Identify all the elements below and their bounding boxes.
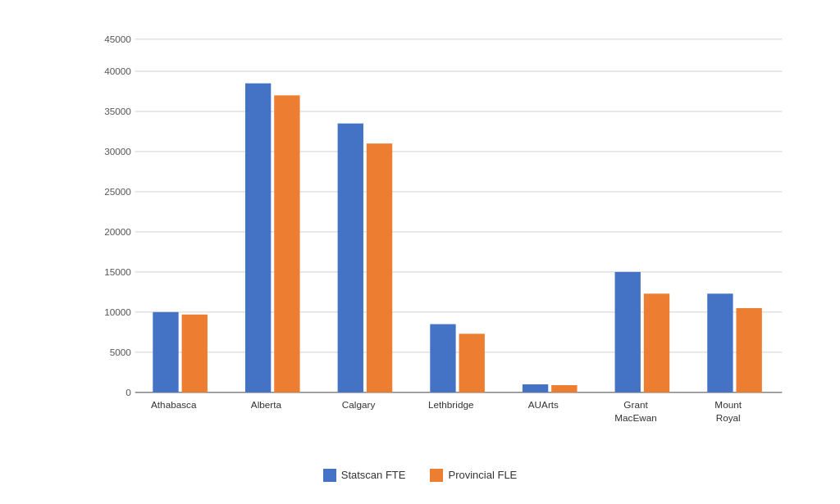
chart-container: 0 5000 10000 15000 20000 25000 30000 350… [26,15,814,490]
svg-text:25000: 25000 [104,185,131,196]
bar-auarts-provincial [551,385,577,393]
svg-text:35000: 35000 [104,105,131,116]
svg-text:5000: 5000 [110,346,132,356]
bar-mountroyal-statscan [707,293,733,392]
xlabel-auarts: AUArts [528,399,559,410]
xlabel-grantmacewan-1: Grant [623,399,648,410]
bar-athabasca-statscan [153,311,178,392]
bar-grantmacewan-statscan [615,271,641,392]
xlabel-mountroyal-1: Mount [714,399,742,410]
svg-text:30000: 30000 [104,145,131,156]
legend-item-statscan: Statscan FTE [323,469,406,482]
svg-text:20000: 20000 [104,225,131,236]
svg-text:10000: 10000 [104,306,131,316]
svg-text:15000: 15000 [104,266,131,276]
bar-athabasca-provincial [182,314,208,392]
bar-mountroyal-provincial [736,307,761,392]
bar-lethbridge-provincial [459,334,485,393]
xlabel-calgary: Calgary [342,399,376,410]
bar-lethbridge-statscan [430,324,455,392]
bar-grantmacewan-provincial [644,293,669,392]
bar-alberta-provincial [274,95,299,392]
bar-calgary-provincial [367,143,392,393]
svg-text:45000: 45000 [104,33,131,43]
bar-alberta-statscan [245,83,271,392]
svg-text:0: 0 [126,386,131,397]
bar-calgary-statscan [338,123,363,392]
bar-chart: 0 5000 10000 15000 20000 25000 30000 350… [84,31,797,425]
legend-label-provincial: Provincial FLE [448,469,517,481]
legend-label-statscan: Statscan FTE [341,469,406,481]
xlabel-lethbridge: Lethbridge [428,399,474,410]
svg-text:40000: 40000 [104,65,131,75]
bar-auarts-statscan [523,384,548,393]
chart-area: 0 5000 10000 15000 20000 25000 30000 350… [84,31,797,425]
legend-item-provincial: Provincial FLE [430,469,517,482]
xlabel-athabasca: Athabasca [151,399,197,410]
legend-color-provincial [430,469,443,482]
xlabel-grantmacewan-2: MacEwan [614,412,657,423]
xlabel-mountroyal-2: Royal [716,412,741,423]
chart-legend: Statscan FTE Provincial FLE [26,469,814,482]
legend-color-statscan [323,469,336,482]
xlabel-alberta: Alberta [251,399,282,410]
